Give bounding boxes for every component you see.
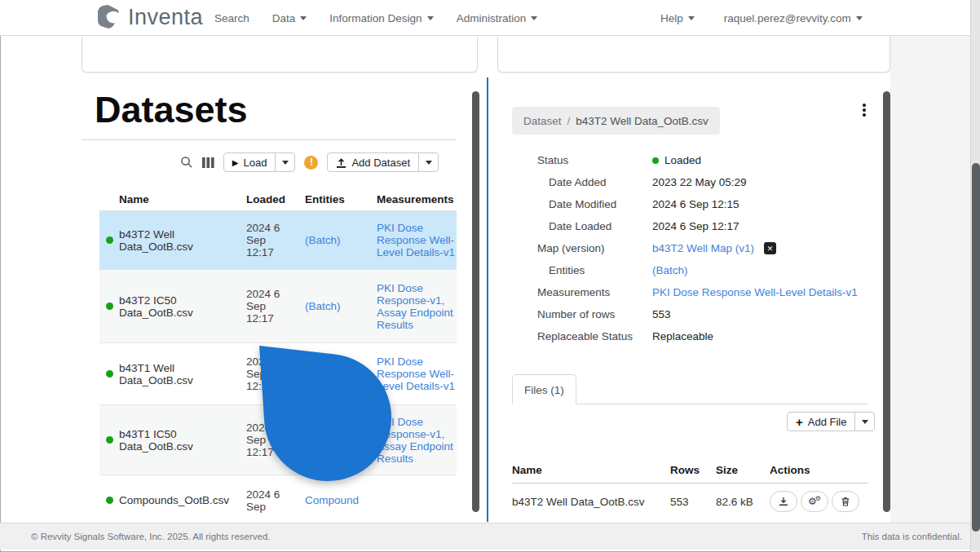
detail-row-status: Status Loaded bbox=[496, 149, 871, 171]
entities-link[interactable]: (Batch) bbox=[305, 368, 341, 380]
column-header-rows: Rows bbox=[670, 464, 716, 476]
measurements-link[interactable]: PKI Dose Response Well-Level Details-v1 bbox=[377, 222, 455, 258]
add-dataset-dropdown-button[interactable] bbox=[418, 153, 438, 171]
measurements-link[interactable]: PKI Dose Response Well-Level Details-v1 bbox=[652, 286, 858, 298]
status-dot-loaded bbox=[106, 370, 113, 378]
add-dataset-split-button: Add Dataset bbox=[327, 152, 439, 172]
nav-administration[interactable]: Administration bbox=[457, 12, 538, 24]
column-header-measurements[interactable]: Measurements bbox=[373, 193, 457, 205]
detail-label: Measurements bbox=[496, 286, 652, 298]
table-row[interactable]: b43T2 IC50 Data_OotB.csv 2024 6 Sep 12:1… bbox=[99, 270, 457, 343]
file-size: 82.6 kB bbox=[716, 496, 770, 508]
left-panel-scrollbar[interactable] bbox=[472, 91, 479, 512]
detail-value: 553 bbox=[652, 308, 871, 320]
table-row[interactable]: b43T1 Well Data_OotB.csv 2024 6 Sep 12:1… bbox=[99, 343, 457, 405]
dataset-details: Status Loaded Date Added 2023 22 May 05:… bbox=[496, 149, 871, 347]
column-header-name[interactable]: Name bbox=[119, 193, 241, 205]
entities-link[interactable]: (Batch) bbox=[305, 434, 341, 446]
inventa-logo-icon bbox=[96, 4, 121, 30]
file-name: b43T2 Well Data_OotB.csv bbox=[512, 496, 670, 508]
column-header-actions: Actions bbox=[770, 464, 867, 476]
detail-label: Map (version) bbox=[496, 242, 652, 254]
detail-label: Replaceable Status bbox=[496, 330, 652, 342]
dataset-detail-panel: Dataset / b43T2 Well Data_OotB.csv Statu… bbox=[496, 77, 890, 522]
detail-row-replaceable-status: Replaceable Status Replaceable bbox=[496, 325, 871, 347]
kebab-menu-icon[interactable] bbox=[861, 102, 867, 118]
app-window: Inventa Search Data Information Design A… bbox=[0, 0, 980, 552]
dataset-name: b43T2 IC50 Data_OotB.csv bbox=[119, 286, 241, 327]
nav-user-account[interactable]: raquel.perez@revvity.com bbox=[724, 12, 863, 24]
columns-icon[interactable] bbox=[202, 157, 214, 168]
detail-value: 2024 6 Sep 12:15 bbox=[652, 198, 871, 210]
nav-data[interactable]: Data bbox=[272, 12, 307, 24]
detail-row-map-version: Map (version) b43T2 Well Map (v1)✕ bbox=[496, 237, 871, 259]
dataset-name: b43T1 Well Data_OotB.csv bbox=[119, 354, 241, 395]
status-dot-loaded bbox=[652, 157, 659, 164]
map-version-link[interactable]: b43T2 Well Map (v1) bbox=[652, 242, 754, 254]
entities-link[interactable]: (Batch) bbox=[305, 300, 341, 312]
app-logo[interactable]: Inventa bbox=[96, 4, 203, 30]
confidential-text: This data is confidential. bbox=[862, 532, 962, 541]
chevron-down-icon bbox=[282, 161, 289, 165]
search-icon[interactable] bbox=[180, 156, 193, 169]
warning-icon[interactable]: ! bbox=[304, 156, 318, 170]
user-nav: Help raquel.perez@revvity.com bbox=[660, 0, 863, 36]
top-card-right-partial bbox=[497, 37, 890, 73]
column-header-entities[interactable]: Entities bbox=[297, 193, 373, 205]
load-button[interactable]: ▶Load bbox=[224, 153, 276, 171]
files-table: Name Rows Size Actions b43T2 Well Data_O… bbox=[512, 457, 867, 519]
process-file-button[interactable]: ⚙⚙ bbox=[801, 491, 828, 512]
measurements-link[interactable]: PKI Dose Response-v1, Assay Endpoint Res… bbox=[377, 282, 453, 331]
breadcrumb-separator: / bbox=[567, 115, 571, 127]
status-dot-loaded bbox=[106, 436, 113, 444]
remove-map-icon[interactable]: ✕ bbox=[764, 242, 776, 254]
tab-files[interactable]: Files (1) bbox=[512, 374, 576, 404]
nav-search[interactable]: Search bbox=[214, 12, 249, 24]
detail-label: Date Loaded bbox=[496, 220, 652, 232]
chevron-down-icon bbox=[862, 420, 868, 424]
title-divider bbox=[82, 139, 457, 140]
play-icon: ▶ bbox=[232, 158, 239, 167]
status-dot-loaded bbox=[106, 497, 113, 504]
browser-scrollbar-thumb[interactable] bbox=[972, 163, 980, 532]
measurements-link[interactable]: PKI Dose Response-v1, Assay Endpoint Res… bbox=[377, 416, 453, 465]
add-file-dropdown-button[interactable] bbox=[854, 413, 874, 431]
detail-label: Date Added bbox=[496, 176, 652, 188]
table-row[interactable]: b43T1 IC50 Data_OotB.csv 2024 6 Sep 12:1… bbox=[99, 405, 457, 475]
detail-value: Loaded bbox=[664, 154, 701, 166]
column-header-loaded[interactable]: Loaded bbox=[241, 193, 297, 205]
nav-information-design[interactable]: Information Design bbox=[329, 12, 433, 24]
entities-link[interactable]: (Batch) bbox=[652, 264, 688, 276]
upload-icon bbox=[336, 157, 347, 168]
entities-link[interactable]: Compound bbox=[305, 494, 359, 506]
status-dot-loaded bbox=[106, 236, 113, 244]
dataset-loaded-date: 2024 6 Sep bbox=[241, 480, 297, 521]
delete-file-button[interactable] bbox=[832, 491, 859, 512]
dataset-name: b43T1 IC50 Data_OotB.csv bbox=[119, 420, 241, 461]
download-file-button[interactable] bbox=[770, 491, 797, 512]
add-file-button[interactable]: +Add File bbox=[788, 413, 854, 431]
load-dropdown-button[interactable] bbox=[275, 153, 294, 171]
table-row[interactable]: Compounds_OotB.csv 2024 6 Sep Compound bbox=[99, 475, 457, 522]
chevron-down-icon bbox=[426, 161, 432, 165]
file-rows: 553 bbox=[670, 496, 716, 508]
dataset-loaded-date: 2024 6 Sep 12:17 bbox=[241, 214, 297, 267]
breadcrumb-dataset[interactable]: Dataset bbox=[523, 115, 562, 127]
table-row: b43T2 Well Data_OotB.csv 553 82.6 kB ⚙⚙ bbox=[512, 484, 867, 519]
datasets-table: Name Loaded Entities Measurements b43T2 … bbox=[99, 188, 457, 522]
table-row[interactable]: b43T2 Well Data_OotB.csv 2024 6 Sep 12:1… bbox=[99, 211, 457, 270]
measurements-link[interactable]: PKI Dose Response Well-Level Details-v1 bbox=[377, 355, 455, 392]
page-title: Datasets bbox=[95, 89, 248, 131]
plus-icon: + bbox=[796, 416, 803, 428]
status-dot-loaded bbox=[106, 302, 113, 310]
right-panel-scrollbar[interactable] bbox=[883, 91, 890, 512]
brand-name: Inventa bbox=[128, 5, 203, 30]
chevron-down-icon bbox=[688, 16, 695, 20]
chevron-down-icon bbox=[856, 16, 863, 20]
column-header-size: Size bbox=[716, 464, 770, 476]
browser-scrollbar[interactable] bbox=[970, 0, 980, 552]
nav-help[interactable]: Help bbox=[660, 12, 695, 24]
entities-link[interactable]: (Batch) bbox=[305, 234, 341, 246]
add-dataset-button[interactable]: Add Dataset bbox=[328, 153, 418, 171]
detail-label: Number of rows bbox=[496, 308, 652, 320]
